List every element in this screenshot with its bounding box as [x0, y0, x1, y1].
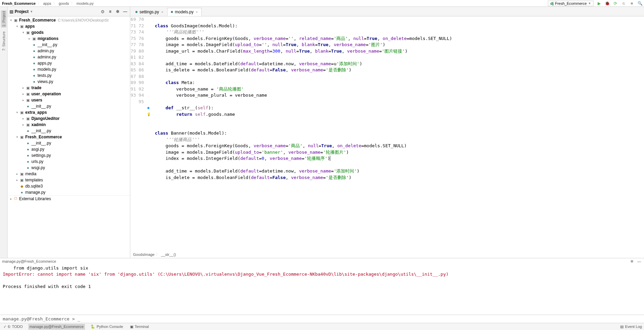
tree-toggle[interactable]: ▾ [15, 135, 19, 139]
close-icon[interactable]: × [161, 10, 163, 14]
python-file-icon [135, 11, 137, 13]
expand-button[interactable]: ≡ [107, 9, 113, 14]
editor-breadcrumb[interactable]: GoodsImage 〉 __str__() [130, 250, 644, 258]
console-prompt[interactable]: manage.py@Fresh_Ecommerce > _ [0, 315, 644, 323]
breadcrumb-item[interactable]: goods [58, 1, 70, 5]
tree-item[interactable]: ●__init__.py [8, 103, 130, 109]
tree-label: wsgi.py [31, 165, 45, 170]
tree-toggle[interactable]: ▸ [21, 117, 25, 120]
python-file-icon: ● [31, 55, 37, 59]
tree-item[interactable]: ●tests.py [8, 72, 130, 79]
tree-item[interactable]: ▾▣goods [8, 29, 130, 36]
bottom-tab[interactable]: manage.py@Fresh_Ecommerce [28, 324, 85, 330]
tree-item[interactable]: ▾▣Fresh_Ecommerce [8, 134, 130, 140]
tree-toggle[interactable]: ▸ [9, 197, 13, 201]
bottom-tab[interactable]: ▣Terminal [129, 324, 150, 330]
tree-item[interactable]: ●manage.py [8, 189, 130, 195]
tree-item[interactable]: ▸▣user_operation [8, 91, 130, 97]
tree-item[interactable]: ▸▣migrations [8, 36, 130, 42]
run-button[interactable]: ▶ [596, 1, 602, 6]
tree-item[interactable]: ▸▣trade [8, 85, 130, 91]
locate-button[interactable]: ⊙ [100, 9, 105, 14]
tree-label: __init__.py [31, 128, 51, 133]
tree-item[interactable]: ▸▣xadmin [8, 122, 130, 128]
tree-toggle[interactable]: ▸ [15, 178, 19, 182]
editor-crumb-class[interactable]: GoodsImage [133, 252, 155, 257]
python-file-icon: ● [25, 153, 31, 157]
tree-item[interactable]: ▸▣templates [8, 177, 130, 183]
stop-button[interactable]: ■ [629, 1, 634, 6]
tree-label: views.py [38, 79, 53, 84]
tree-toggle[interactable]: ▾ [9, 18, 13, 22]
tree-toggle[interactable]: ▸ [15, 172, 19, 176]
chevron-down-icon[interactable]: ▼ [30, 10, 33, 13]
run-config-selector[interactable]: dj Fresh_Ecommerce ▼ [548, 1, 594, 6]
python-file-icon: ● [31, 67, 37, 71]
tree-toggle[interactable]: ▾ [15, 25, 19, 28]
tree-item[interactable]: ●__init__.py [8, 140, 130, 146]
tree-item[interactable]: ▾▣apps [8, 23, 130, 29]
breadcrumb-item[interactable]: apps [42, 1, 52, 5]
tree-item[interactable]: ▾▣extra_apps [8, 109, 130, 115]
tree-item[interactable]: ●apps.py [8, 60, 130, 66]
python-file-icon: ● [25, 147, 31, 151]
tree-toggle[interactable]: ▾ [21, 31, 25, 34]
editor-gutter-marks: ●💡 [147, 16, 152, 250]
tree-toggle[interactable]: ▸ [21, 86, 25, 90]
tree-label: extra_apps [25, 110, 47, 115]
settings-icon[interactable]: ✲ [629, 259, 634, 264]
search-everywhere-button[interactable]: 🔍 [637, 1, 643, 6]
bottom-tab[interactable]: 🐍Python Console [89, 324, 125, 330]
project-tree[interactable]: ▾▣Fresh_EcommerceC:\Users\LENOVO\Desktop… [8, 16, 130, 258]
tree-item[interactable]: ●asgi.py [8, 146, 130, 152]
tab-label: 6: TODO [8, 325, 23, 329]
tree-item[interactable]: ●__init__.py [8, 128, 130, 134]
sidebar-header: ▤ Project ▼ ⊙ ≡ ✲ — [8, 7, 130, 16]
external-libraries[interactable]: ▸⎔External Libraries [8, 195, 130, 202]
python-file-icon: ● [31, 73, 37, 78]
tree-toggle[interactable]: ▸ [21, 123, 25, 126]
structure-tool-tab[interactable]: 7: Structure [2, 31, 6, 51]
code-content[interactable]: class GoodsImage(models.Model): '''商品轮播图… [152, 16, 644, 250]
tree-toggle[interactable]: ▾ [15, 111, 19, 114]
run-coverage-button[interactable]: ⟳ [613, 1, 618, 6]
tree-item[interactable]: ▸▣users [8, 97, 130, 103]
tree-item[interactable]: ●urls.py [8, 159, 130, 165]
tree-item[interactable]: ●models.py [8, 66, 130, 72]
tree-toggle[interactable]: ▸ [21, 98, 25, 102]
editor-tab[interactable]: models.py× [167, 8, 202, 16]
tree-item[interactable]: ▸▣DjangoUeditor [8, 115, 130, 122]
tree-item[interactable]: ◆db.sqlite3 [8, 183, 130, 189]
tree-item[interactable]: ●views.py [8, 79, 130, 85]
tree-root[interactable]: ▾▣Fresh_EcommerceC:\Users\LENOVO\Desktop… [8, 17, 130, 23]
breadcrumb-item[interactable]: Fresh_Ecommerce [1, 1, 36, 5]
attach-button[interactable]: ⎋ [621, 1, 626, 6]
gutter-mark[interactable]: ●💡 [147, 105, 152, 118]
close-icon[interactable]: × [196, 10, 198, 14]
hide-button[interactable]: — [636, 259, 642, 264]
bottom-tab[interactable]: ✓6: TODO [2, 324, 24, 330]
event-log-button[interactable]: ▤ Event Log [620, 325, 642, 329]
toolbar-right: dj Fresh_Ecommerce ▼ ▶ 🐞 ⟳ ⎋ ■ 🔍 [548, 1, 643, 6]
project-tool-tab[interactable]: 1: Project [1, 10, 6, 27]
editor-crumb-method[interactable]: __str__() [161, 252, 176, 257]
folder-icon: ▣ [25, 86, 31, 90]
left-tool-stripe: 1: Project 7: Structure [0, 7, 8, 258]
tree-item[interactable]: ●adminx.py [8, 54, 130, 60]
folder-icon: ▤ [10, 9, 13, 14]
code-editor[interactable]: 69 70 71 72 73 74 75 76 77 78 79 80 81 8… [130, 16, 644, 250]
debug-button[interactable]: 🐞 [604, 1, 610, 6]
console-output[interactable]: from django.utils import six ImportError… [0, 264, 644, 315]
tree-toggle[interactable]: ▸ [27, 37, 31, 40]
collapse-button[interactable]: — [122, 9, 128, 14]
editor-tab[interactable]: settings.py× [132, 8, 167, 16]
tree-label: models.py [38, 67, 56, 72]
settings-icon[interactable]: ✲ [115, 9, 120, 14]
tree-toggle[interactable]: ▸ [21, 92, 25, 96]
tree-item[interactable]: ●admin.py [8, 48, 130, 54]
tree-item[interactable]: ●settings.py [8, 152, 130, 159]
breadcrumb-item[interactable]: models.py [76, 1, 94, 5]
tree-item[interactable]: ●__init__.py [8, 42, 130, 48]
tree-item[interactable]: ●wsgi.py [8, 165, 130, 171]
tree-item[interactable]: ▸▣media [8, 171, 130, 177]
